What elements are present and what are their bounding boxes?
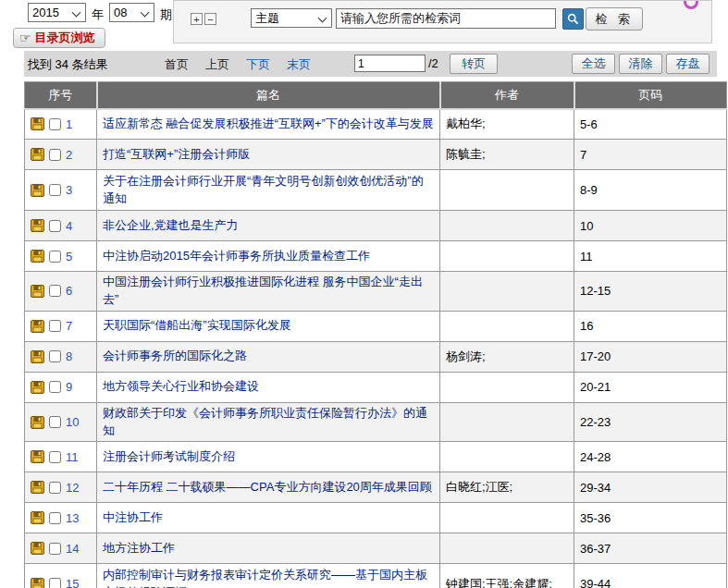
floppy-disk-icon[interactable] [31, 481, 44, 494]
row-checkbox[interactable] [49, 451, 61, 463]
article-title-link[interactable]: 中注协启动2015年会计师事务所执业质量检查工作 [103, 249, 370, 263]
search-input[interactable] [336, 8, 556, 29]
row-number: 1 [66, 117, 72, 131]
floppy-disk-icon[interactable] [31, 350, 44, 363]
journal-catalog-screen: 2015 年 08 期 ☞ 目录页浏览 + − 主题 [0, 0, 728, 588]
table-row: 8 会计师事务所的国际化之路 杨剑涛; 17-20 [25, 341, 727, 372]
row-checkbox[interactable] [49, 184, 61, 196]
nav-first-page[interactable]: 首页 [165, 56, 189, 73]
results-table: 序号 篇名 作者 页码 1 [24, 81, 727, 588]
article-title-link[interactable]: 二十年历程 二十载硕果——CPA专业方向建设20周年成果回顾 [103, 480, 432, 494]
table-row: 2 打造“互联网+”注册会计师版 陈毓圭; 7 [25, 140, 727, 170]
row-checkbox[interactable] [49, 350, 61, 362]
row-number: 12 [66, 481, 79, 495]
select-all-button[interactable]: 全选 [572, 54, 615, 74]
row-number: 5 [66, 250, 72, 263]
col-header-author: 作者 [440, 82, 574, 109]
table-row: 13 中注协工作 35-36 [25, 503, 727, 533]
toc-browse-button[interactable]: ☞ 目录页浏览 [13, 28, 105, 48]
row-number: 9 [66, 380, 72, 394]
row-checkbox[interactable] [49, 543, 61, 555]
nav-last-page[interactable]: 末页 [287, 56, 311, 73]
pages-cell: 29-34 [580, 481, 611, 495]
row-checkbox[interactable] [49, 149, 61, 161]
issue-select[interactable]: 08 [109, 3, 154, 22]
top-bar: 2015 年 08 期 ☞ 目录页浏览 + − 主题 [0, 0, 728, 51]
row-checkbox[interactable] [49, 220, 61, 232]
pages-cell: 35-36 [580, 511, 611, 525]
author-cell: 戴柏华; [446, 116, 486, 130]
row-number: 6 [66, 284, 72, 298]
pages-cell: 8-9 [580, 183, 598, 197]
year-select[interactable]: 2015 [28, 3, 86, 22]
floppy-disk-icon[interactable] [31, 285, 44, 298]
search-icon-button[interactable] [562, 8, 584, 30]
table-row: 14 地方注协工作 36-37 [25, 533, 727, 564]
pages-cell: 7 [580, 148, 586, 162]
pages-cell: 11 [580, 250, 593, 263]
year-select-value: 2015 [32, 6, 59, 19]
row-checkbox[interactable] [49, 416, 61, 428]
floppy-disk-icon[interactable] [31, 320, 44, 333]
issue-select-value: 08 [114, 6, 127, 19]
floppy-disk-icon[interactable] [31, 250, 44, 263]
article-title-link[interactable]: 内部控制审计与财务报表审计定价关系研究——基于国内主板市场的经验证据 [103, 568, 427, 588]
article-title-link[interactable]: 地方领导关心行业和协会建设 [103, 379, 259, 393]
pages-cell: 24-28 [580, 450, 611, 464]
floppy-disk-icon[interactable] [31, 578, 44, 588]
article-title-link[interactable]: 适应新常态 融合促发展积极推进“互联网+”下的会计改革与发展 [103, 116, 434, 130]
col-header-title: 篇名 [97, 82, 440, 109]
floppy-disk-icon[interactable] [31, 542, 44, 555]
article-title-link[interactable]: 打造“互联网+”注册会计师版 [103, 147, 250, 161]
article-title-link[interactable]: 非公企业,党建也是生产力 [103, 218, 239, 232]
nav-prev-page[interactable]: 上页 [205, 56, 229, 73]
article-title-link[interactable]: 中注协工作 [103, 510, 163, 524]
search-field-select[interactable]: 主题 [251, 8, 332, 28]
floppy-disk-icon[interactable] [31, 148, 44, 161]
article-title-link[interactable]: 地方注协工作 [103, 541, 175, 555]
floppy-disk-icon[interactable] [31, 450, 44, 463]
clear-button[interactable]: 清除 [619, 54, 662, 74]
pages-cell: 12-15 [580, 284, 611, 298]
pages-cell: 36-37 [580, 542, 611, 556]
year-label: 年 [92, 6, 104, 23]
article-title-link[interactable]: 财政部关于印发《会计师事务所职业责任保险暂行办法》的通知 [103, 406, 427, 437]
article-title-link[interactable]: 关于在注册会计师行业开展“青年文明号创新创效创优活动”的通知 [103, 174, 424, 205]
pages-cell: 20-21 [580, 380, 611, 394]
row-checkbox[interactable] [49, 482, 61, 494]
floppy-disk-icon[interactable] [31, 381, 44, 394]
author-cell: 白晓红;江医; [446, 480, 512, 494]
row-checkbox[interactable] [49, 381, 61, 393]
row-checkbox[interactable] [49, 285, 61, 297]
toc-browse-label: 目录页浏览 [35, 30, 95, 46]
row-checkbox[interactable] [49, 578, 61, 588]
chevron-down-icon [142, 9, 149, 17]
row-checkbox[interactable] [49, 512, 61, 524]
row-checkbox[interactable] [49, 118, 61, 130]
floppy-disk-icon[interactable] [31, 184, 44, 197]
article-title-link[interactable]: 注册会计师考试制度介绍 [103, 449, 235, 463]
row-checkbox[interactable] [49, 320, 61, 332]
article-title-link[interactable]: 会计师事务所的国际化之路 [103, 349, 247, 362]
save-to-disk-button[interactable]: 存盘 [666, 54, 709, 74]
article-title-link[interactable]: 天职国际“借船出海”实现国际化发展 [103, 318, 291, 332]
nav-next-page[interactable]: 下页 [246, 56, 270, 73]
page-number-input[interactable] [354, 55, 426, 72]
row-number: 2 [66, 148, 72, 162]
floppy-disk-icon[interactable] [31, 117, 44, 130]
floppy-disk-icon[interactable] [31, 511, 44, 524]
floppy-disk-icon[interactable] [31, 219, 44, 232]
pages-cell: 22-23 [580, 415, 611, 429]
floppy-disk-icon[interactable] [31, 416, 44, 429]
expand-button[interactable]: + [191, 13, 203, 25]
table-header-row: 序号 篇名 作者 页码 [25, 82, 727, 109]
go-to-page-button[interactable]: 转页 [450, 54, 498, 74]
author-cell: 杨剑涛; [446, 349, 486, 363]
pages-cell: 5-6 [580, 117, 598, 131]
collapse-button[interactable]: − [204, 13, 216, 25]
article-title-link[interactable]: 中国注册会计师行业积极推进国际化进程 服务中国企业“走出去” [103, 275, 423, 306]
chevron-down-icon [73, 9, 80, 17]
row-checkbox[interactable] [49, 251, 61, 263]
search-button[interactable]: 检 索 [586, 7, 643, 31]
row-number: 14 [66, 542, 79, 556]
